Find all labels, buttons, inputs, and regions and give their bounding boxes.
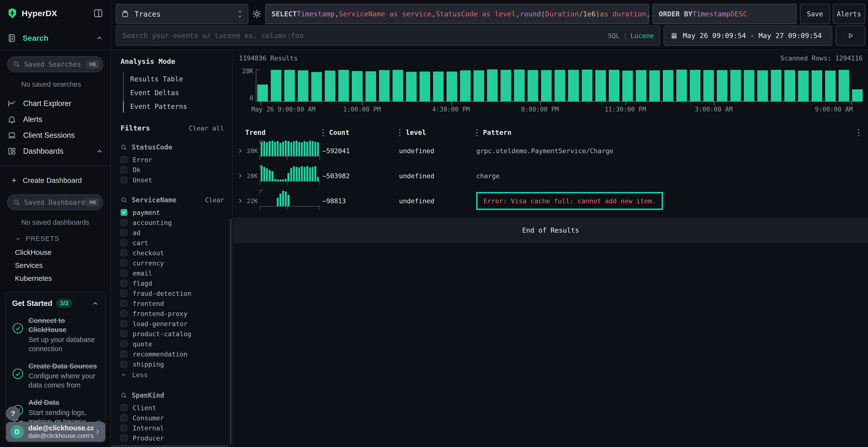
- checkbox[interactable]: [121, 156, 127, 163]
- lang-toggle-sql[interactable]: SQL: [608, 32, 620, 39]
- source-settings-button[interactable]: [248, 4, 265, 24]
- checkbox[interactable]: [121, 435, 127, 442]
- sidebar-item-alerts[interactable]: Alerts: [0, 111, 111, 128]
- filter-option-currency[interactable]: currency: [121, 258, 224, 268]
- pattern-highlighted-error[interactable]: Error: Visa cache full: cannot add new i…: [476, 192, 663, 210]
- filter-option-cart[interactable]: cart: [121, 238, 224, 248]
- filter-option-internal[interactable]: Internal: [121, 423, 224, 433]
- table-header: Trend Count level Pattern: [236, 127, 868, 138]
- save-button[interactable]: Save: [800, 4, 830, 24]
- table-row[interactable]: 28K~592041undefinedgrpc.oteldemo.Payment…: [236, 138, 868, 163]
- filter-option-unset[interactable]: Unset: [121, 175, 224, 185]
- checkbox[interactable]: [121, 331, 127, 337]
- filters-vertical-scrollbar[interactable]: [230, 219, 232, 445]
- date-range-picker[interactable]: May 26 09:09:54 - May 27 09:09:54: [663, 26, 832, 46]
- checkbox[interactable]: [121, 414, 127, 421]
- chevron-up-icon[interactable]: [96, 34, 103, 42]
- table-row[interactable]: 28K~503982undefinedcharge: [236, 163, 868, 188]
- checkbox[interactable]: [121, 320, 127, 327]
- filter-option-payment[interactable]: payment: [121, 207, 224, 217]
- preset-clickhouse[interactable]: ClickHouse: [0, 246, 111, 259]
- checkbox[interactable]: [121, 176, 127, 183]
- table-row[interactable]: 22K~98813undefinedError: Visa cache full…: [236, 188, 868, 213]
- run-query-button[interactable]: [836, 26, 865, 46]
- filter-option-consumer[interactable]: Consumer: [121, 413, 224, 423]
- get-started-item-create-data-sources[interactable]: Create Data SourcesConfigure where your …: [12, 362, 99, 390]
- sidebar-item-client-sessions[interactable]: Client Sessions: [0, 128, 111, 143]
- filter-option-product-catalog[interactable]: product-catalog: [121, 329, 224, 339]
- analysis-mode-event-patterns[interactable]: Event Patterns: [124, 100, 224, 113]
- checkbox[interactable]: [121, 229, 127, 236]
- order-by-editor[interactable]: ORDER BY Timestamp DESC: [652, 4, 797, 24]
- filter-option-shipping[interactable]: shipping: [121, 359, 224, 369]
- checkbox[interactable]: [121, 270, 127, 276]
- sidebar-item-dashboards[interactable]: Dashboards: [0, 143, 111, 159]
- filter-option-recommendation[interactable]: recommendation: [121, 349, 224, 359]
- checkbox[interactable]: [121, 290, 127, 297]
- checkbox[interactable]: [121, 209, 127, 216]
- checkbox[interactable]: [121, 300, 127, 307]
- filter-option-error[interactable]: Error: [121, 154, 224, 165]
- column-header-count[interactable]: Count: [322, 128, 399, 137]
- analysis-mode-event-deltas[interactable]: Event Deltas: [124, 86, 224, 100]
- sidebar-item-chart-explorer[interactable]: Chart Explorer: [0, 96, 111, 111]
- filter-option-accounting[interactable]: accounting: [121, 217, 224, 228]
- filter-option-quote[interactable]: quote: [121, 339, 224, 349]
- data-source-select[interactable]: Traces: [116, 4, 248, 24]
- lang-toggle-lucene[interactable]: Lucene: [630, 32, 654, 39]
- checkbox[interactable]: [121, 249, 127, 256]
- filters-horizontal-scrollbar[interactable]: [112, 445, 229, 447]
- show-less-button[interactable]: Less: [121, 369, 224, 380]
- filter-option-client[interactable]: Client: [121, 403, 224, 413]
- sidebar-item-search[interactable]: Search: [0, 27, 111, 49]
- help-button[interactable]: ?: [6, 407, 20, 420]
- search-input[interactable]: [122, 31, 608, 40]
- analysis-mode-results-table[interactable]: Results Table: [124, 72, 224, 86]
- filter-option-ok[interactable]: Ok: [121, 165, 224, 175]
- get-started-item-connect-to-clickhouse[interactable]: Connect to ClickHouseSet up your databas…: [12, 316, 99, 353]
- user-menu[interactable]: D dale@clickhouse.com dale@clickhouse.co…: [6, 422, 105, 442]
- checkbox[interactable]: [121, 424, 127, 431]
- clear-all-filters-button[interactable]: Clear all: [189, 125, 224, 132]
- preset-services[interactable]: Services: [0, 259, 111, 272]
- checkbox[interactable]: [121, 361, 127, 368]
- filter-option-load-generator[interactable]: load-generator: [121, 319, 224, 329]
- column-header-pattern[interactable]: Pattern: [476, 128, 854, 137]
- checkbox[interactable]: [121, 310, 127, 317]
- presets-toggle[interactable]: PRESETS: [15, 235, 111, 243]
- checkbox[interactable]: [121, 351, 127, 357]
- drag-handle-icon[interactable]: [322, 128, 324, 137]
- checkbox[interactable]: [121, 341, 127, 347]
- expand-row-icon[interactable]: [237, 148, 243, 154]
- filter-option-ad[interactable]: ad: [121, 228, 224, 238]
- filter-option-frontend-proxy[interactable]: frontend-proxy: [121, 309, 224, 319]
- drag-handle-icon[interactable]: [399, 128, 401, 137]
- checkbox[interactable]: [121, 239, 127, 246]
- checkbox[interactable]: [121, 404, 127, 411]
- filter-option-checkout[interactable]: checkout: [121, 248, 224, 258]
- table-options-button[interactable]: [854, 128, 868, 137]
- sidebar-collapse-icon[interactable]: [93, 8, 104, 19]
- drag-handle-icon[interactable]: [476, 128, 478, 137]
- saved-dashboards-input[interactable]: Saved Dashboards ⌘K: [7, 194, 103, 210]
- filter-option-fraud-detection[interactable]: fraud-detection: [121, 288, 224, 299]
- expand-row-icon[interactable]: [237, 198, 243, 204]
- column-header-trend[interactable]: Trend: [245, 129, 322, 137]
- checkbox[interactable]: [121, 219, 127, 226]
- filter-option-email[interactable]: email: [121, 268, 224, 278]
- filter-group-clear-button[interactable]: Clear: [205, 197, 224, 204]
- chevron-up-icon[interactable]: [92, 300, 99, 307]
- filter-option-flagd[interactable]: flagd: [121, 278, 224, 288]
- create-dashboard-button[interactable]: Create Dashboard: [0, 173, 111, 188]
- checkbox[interactable]: [121, 280, 127, 286]
- expand-row-icon[interactable]: [237, 173, 243, 179]
- checkbox[interactable]: [121, 166, 127, 173]
- filter-option-producer[interactable]: Producer: [121, 433, 224, 443]
- checkbox[interactable]: [121, 260, 127, 266]
- sql-select-editor[interactable]: SELECT Timestamp, ServiceName as service…: [265, 4, 649, 24]
- filter-option-frontend[interactable]: frontend: [121, 299, 224, 309]
- preset-kubernetes[interactable]: Kubernetes: [0, 272, 111, 285]
- saved-searches-input[interactable]: Saved Searches ⌘K: [7, 56, 103, 72]
- alerts-button[interactable]: Alerts: [833, 4, 865, 24]
- column-header-level[interactable]: level: [399, 128, 476, 137]
